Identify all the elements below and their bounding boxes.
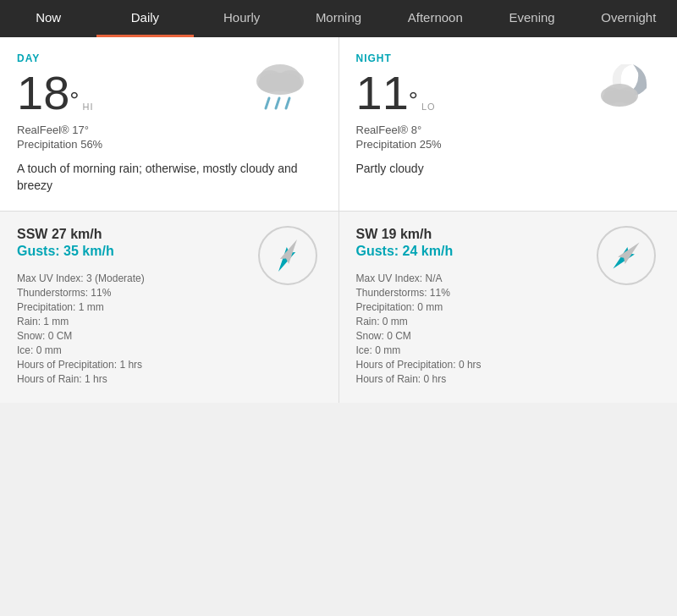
detail-row: Rain: 1 mm	[17, 316, 322, 327]
day-panel: DAY 18 ° HI RealFeel® 17° Precipitation …	[0, 37, 339, 211]
night-compass	[596, 225, 657, 286]
detail-row: Hours of Rain: 0 hrs	[356, 373, 661, 385]
night-unit: °	[409, 84, 418, 117]
detail-row: Hours of Precipitation: 0 hrs	[356, 359, 661, 371]
detail-row: Ice: 0 mm	[17, 344, 322, 356]
night-wind-panel: SW 19 km/h Gusts: 24 km/h Max UV Index: …	[339, 212, 678, 403]
day-weather-icon	[242, 54, 318, 113]
night-hilo: LO	[421, 102, 436, 112]
svg-point-10	[603, 90, 636, 107]
nav-item-evening[interactable]: Evening	[483, 0, 580, 37]
detail-row: Rain: 0 mm	[356, 316, 661, 327]
day-details: Max UV Index: 3 (Moderate) Thunderstorms…	[17, 272, 322, 385]
detail-row: Hours of Precipitation: 1 hrs	[17, 359, 322, 371]
day-realfeel: RealFeel® 17°	[17, 124, 322, 136]
nav-item-hourly[interactable]: Hourly	[194, 0, 290, 37]
svg-line-4	[266, 98, 269, 108]
day-unit: °	[69, 84, 79, 117]
nav-item-daily[interactable]: Daily	[96, 0, 193, 37]
night-temp: 11	[356, 69, 409, 117]
nav-bar: Now Daily Hourly Morning Afternoon Eveni…	[0, 0, 677, 37]
night-weather-icon	[581, 54, 657, 113]
nav-item-afternoon[interactable]: Afternoon	[387, 0, 483, 37]
svg-point-3	[258, 73, 302, 95]
detail-row: Hours of Rain: 1 hrs	[17, 373, 322, 385]
detail-row: Thunderstorms: 11%	[356, 287, 661, 299]
detail-row: Thunderstorms: 11%	[17, 287, 322, 299]
bottom-panels: SSW 27 km/h Gusts: 35 km/h Max UV Index:…	[0, 212, 677, 403]
top-panels: DAY 18 ° HI RealFeel® 17° Precipitation …	[0, 37, 677, 212]
night-panel: NIGHT 11 ° LO RealFeel® 8° Precipitation…	[339, 37, 678, 211]
day-compass	[257, 225, 318, 286]
detail-row: Precipitation: 0 mm	[356, 301, 661, 313]
night-precip: Precipitation 25%	[356, 138, 661, 151]
svg-line-6	[286, 98, 289, 108]
night-description: Partly cloudy	[356, 161, 661, 178]
night-details: Max UV Index: N/A Thunderstorms: 11% Pre…	[356, 272, 661, 385]
nav-item-overnight[interactable]: Overnight	[581, 0, 677, 37]
detail-row: Precipitation: 1 mm	[17, 301, 322, 313]
day-hilo: HI	[83, 102, 94, 112]
day-temp: 18	[17, 69, 69, 117]
detail-row: Ice: 0 mm	[356, 344, 661, 356]
night-realfeel: RealFeel® 8°	[356, 124, 661, 136]
detail-row: Snow: 0 CM	[17, 330, 322, 342]
day-description: A touch of morning rain; otherwise, most…	[17, 161, 322, 194]
nav-item-now[interactable]: Now	[0, 0, 96, 37]
svg-line-5	[276, 98, 279, 108]
day-wind-panel: SSW 27 km/h Gusts: 35 km/h Max UV Index:…	[0, 212, 339, 403]
nav-item-morning[interactable]: Morning	[290, 0, 387, 37]
detail-row: Snow: 0 CM	[356, 330, 661, 342]
content: DAY 18 ° HI RealFeel® 17° Precipitation …	[0, 37, 677, 403]
day-precip: Precipitation 56%	[17, 138, 322, 151]
